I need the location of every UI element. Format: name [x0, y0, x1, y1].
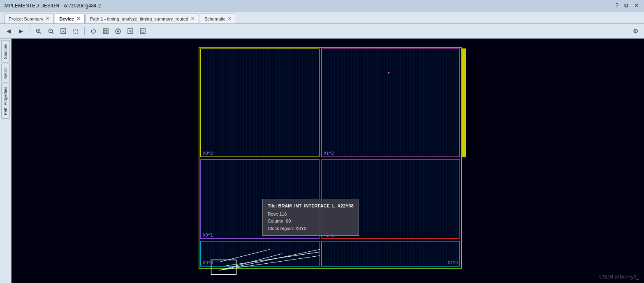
tab-bar: Project Summary ✕ Device ✕ Path 1 - timi…: [0, 12, 644, 24]
svg-line-1: [40, 32, 42, 34]
toolbar-separator-2: [84, 27, 85, 35]
close-tab-project-summary[interactable]: ✕: [46, 16, 49, 21]
zoom-out-button[interactable]: [46, 26, 56, 37]
refresh-button[interactable]: [88, 26, 99, 37]
label-x1y2: X1Y2: [324, 151, 334, 156]
region-x0y0: X0Y0: [200, 241, 320, 267]
svg-rect-22: [129, 30, 132, 32]
grid-button[interactable]: [100, 26, 111, 37]
close-tab-schematic[interactable]: ✕: [228, 16, 232, 21]
snap-button[interactable]: [125, 26, 136, 37]
label-x0y1: X0Y1: [203, 233, 213, 237]
forward-button[interactable]: ▶: [16, 26, 26, 37]
svg-marker-11: [91, 30, 93, 32]
toolbar-separator-1: [30, 27, 30, 35]
label-x0y0: X0Y0: [203, 260, 213, 265]
svg-rect-12: [103, 29, 108, 34]
region-x1y0: X1Y0: [321, 241, 460, 267]
settings-button[interactable]: ⚙: [630, 26, 641, 37]
region-x0y2: X0Y2: [200, 48, 320, 157]
label-x1y0: X1Y0: [448, 260, 458, 265]
title-bar-controls: ? ⧉ ✕: [614, 2, 641, 9]
left-sidebar: Sources Netlist Path Properties: [0, 39, 12, 283]
region-button[interactable]: [137, 26, 148, 37]
svg-line-5: [52, 32, 54, 34]
region-x1y1: X1Y1: [321, 159, 460, 239]
sidebar-tab-path-properties[interactable]: Path Properties: [1, 83, 10, 119]
region-x0y1: X0Y1: [200, 159, 320, 239]
svg-rect-23: [140, 29, 145, 34]
close-tab-path1[interactable]: ✕: [191, 16, 195, 21]
sidebar-tab-netlist[interactable]: Netlist: [1, 64, 10, 83]
yellow-bar: [462, 48, 466, 157]
route-button[interactable]: [113, 26, 123, 37]
tab-device[interactable]: Device ✕: [55, 14, 84, 23]
svg-rect-10: [74, 29, 78, 33]
toolbar: ◀ ▶: [0, 24, 644, 39]
toolbar-right: ⚙: [630, 26, 641, 37]
tab-path1[interactable]: Path 1 - timing_analyze_timing_summary_r…: [86, 14, 199, 23]
help-button[interactable]: ?: [614, 2, 620, 9]
restore-button[interactable]: ⧉: [623, 2, 630, 9]
watermark: CSDN @Bunny9_: [599, 274, 639, 280]
zoom-in-button[interactable]: [33, 26, 44, 37]
sidebar-tab-sources[interactable]: Sources: [1, 40, 10, 63]
close-button[interactable]: ✕: [632, 2, 641, 9]
svg-point-18: [117, 30, 119, 32]
label-x1y1: X1Y1: [324, 233, 334, 237]
device-view: X0Y2 X1Y2 X0Y1 X1Y1 X0Y0 X1Y0: [199, 47, 466, 277]
main-area: Sources Netlist Path Properties X0Y2 X1Y…: [0, 39, 644, 283]
close-tab-device[interactable]: ✕: [76, 16, 80, 21]
title-bar: IMPLEMENTED DESIGN - xc7z020clg484-2 ? ⧉…: [0, 0, 644, 12]
tab-project-summary[interactable]: Project Summary ✕: [4, 14, 54, 23]
select-button[interactable]: [70, 26, 81, 37]
back-button[interactable]: ◀: [3, 26, 14, 37]
region-x1y2: X1Y2: [321, 48, 460, 157]
pink-dot: [388, 72, 389, 74]
fit-button[interactable]: [58, 26, 69, 37]
canvas-area[interactable]: X0Y2 X1Y2 X0Y1 X1Y1 X0Y0 X1Y0: [12, 39, 644, 283]
label-x0y2: X0Y2: [203, 151, 213, 156]
title-bar-text: IMPLEMENTED DESIGN - xc7z020clg484-2: [3, 3, 614, 9]
tab-schematic[interactable]: Schematic ✕: [200, 14, 236, 23]
